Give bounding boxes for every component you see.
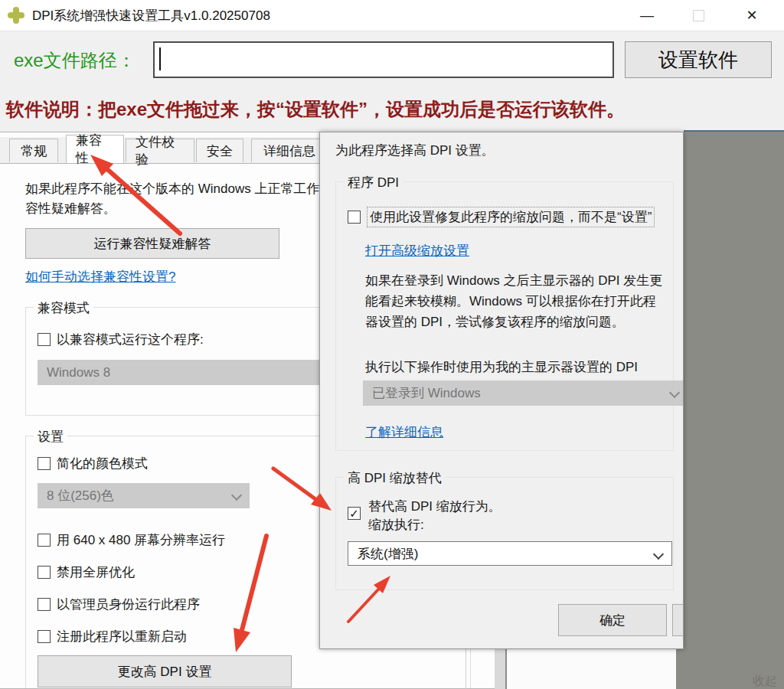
maximize-button[interactable] bbox=[675, 0, 721, 31]
text-caret bbox=[159, 47, 161, 70]
restart-checkbox[interactable] bbox=[38, 630, 51, 643]
compat-intro-line2: 容性疑难解答。 bbox=[25, 199, 116, 219]
scaling-mode-value: 系统(增强) bbox=[358, 545, 418, 563]
program-dpi-group: 程序 DPI 使用此设置修复此程序的缩放问题，而不是“设置” 打开高级缩放设置 … bbox=[335, 181, 674, 451]
admin-label: 以管理员身份运行此程序 bbox=[57, 596, 200, 613]
tab-security[interactable]: 安全 bbox=[196, 139, 243, 162]
chevron-down-icon bbox=[653, 549, 664, 560]
app-icon bbox=[8, 7, 24, 24]
compat-mode-checkbox[interactable] bbox=[38, 333, 51, 346]
change-high-dpi-label: 更改高 DPI 设置 bbox=[118, 663, 212, 681]
settings-group-title: 设置 bbox=[34, 428, 67, 446]
run-troubleshooter-button[interactable]: 运行兼容性疑难解答 bbox=[25, 228, 279, 259]
tab-label: 常规 bbox=[21, 142, 47, 160]
resolution-checkbox[interactable] bbox=[38, 534, 51, 547]
program-dpi-group-title: 程序 DPI bbox=[344, 174, 403, 191]
dpi-source-combobox: 已登录到 Windows bbox=[363, 380, 684, 406]
window-title: DPI系统增强快速设置工具v1.0.20250708 bbox=[32, 7, 270, 24]
tab-label: 兼容性 bbox=[76, 132, 114, 167]
override-label-line2: 缩放执行: bbox=[368, 518, 424, 532]
cancel-button-clipped[interactable] bbox=[672, 604, 684, 636]
desktop-border-line bbox=[684, 130, 784, 132]
override-row: ✓ 替代高 DPI 缩放行为。 缩放执行: bbox=[348, 498, 501, 534]
background-window bbox=[507, 647, 676, 689]
fix-scaling-label: 使用此设置修复此程序的缩放问题，而不是“设置” bbox=[367, 207, 655, 227]
resolution-label: 用 640 x 480 屏幕分辨率运行 bbox=[57, 531, 225, 549]
title-bar: DPI系统增强快速设置工具v1.0.20250708 — ✕ bbox=[0, 0, 784, 31]
tab-label: 文件校验 bbox=[136, 133, 185, 168]
override-label: 替代高 DPI 缩放行为。 缩放执行: bbox=[368, 498, 501, 534]
restart-row: 注册此程序以重新启动 bbox=[38, 628, 187, 645]
color-depth-value: 8 位(256)色 bbox=[47, 487, 114, 505]
dpi-heading: 为此程序选择高 DPI 设置。 bbox=[335, 142, 495, 159]
fullscreen-opt-label: 禁用全屏优化 bbox=[57, 563, 135, 581]
set-software-label: 设置软件 bbox=[658, 47, 738, 73]
high-dpi-dialog: 为此程序选择高 DPI 设置。 程序 DPI 使用此设置修复此程序的缩放问题，而… bbox=[319, 132, 684, 649]
tab-details[interactable]: 详细信息 bbox=[251, 139, 328, 162]
use-dpi-label: 执行以下操作时使用为我的主显示器设置的 DPI bbox=[365, 358, 638, 376]
manual-compat-link[interactable]: 如何手动选择兼容性设置? bbox=[25, 268, 175, 286]
exe-path-label: exe文件路径： bbox=[14, 48, 136, 73]
run-troubleshooter-label: 运行兼容性疑难解答 bbox=[94, 235, 211, 253]
admin-row: 以管理员身份运行此程序 bbox=[38, 596, 200, 613]
software-notice: 软件说明：把exe文件拖过来，按“设置软件”，设置成功后是否运行该软件。 bbox=[6, 97, 625, 122]
fix-scaling-checkbox[interactable] bbox=[348, 211, 361, 224]
dpi-override-group-title: 高 DPI 缩放替代 bbox=[344, 469, 446, 487]
close-icon: ✕ bbox=[746, 7, 757, 24]
check-icon: ✓ bbox=[349, 508, 359, 519]
chevron-down-icon bbox=[231, 490, 242, 501]
scaling-mode-combobox[interactable]: 系统(增强) bbox=[348, 541, 672, 566]
dpi-desc-line3: 器设置的 DPI，尝试修复该程序的缩放问题。 bbox=[365, 313, 625, 331]
learn-more-link[interactable]: 了解详细信息 bbox=[365, 423, 443, 441]
color-depth-combobox: 8 位(256)色 bbox=[38, 483, 250, 508]
screenshot-root: DPI系统增强快速设置工具v1.0.20250708 — ✕ exe文件路径： … bbox=[0, 0, 784, 689]
dpi-desc-line2: 能看起来较模糊。Windows 可以根据你在打开此程 bbox=[365, 292, 656, 310]
toolbar: exe文件路径： 设置软件 软件说明：把exe文件拖过来，按“设置软件”，设置成… bbox=[0, 31, 784, 132]
chevron-down-icon bbox=[669, 387, 680, 398]
ok-label: 确定 bbox=[599, 612, 626, 629]
background-window-edge bbox=[466, 649, 466, 689]
tab-label: 详细信息 bbox=[263, 142, 315, 160]
color-mode-row: 简化的颜色模式 bbox=[38, 455, 148, 472]
override-checkbox[interactable]: ✓ bbox=[348, 507, 361, 520]
dpi-source-value: 已登录到 Windows bbox=[372, 384, 481, 402]
tab-general[interactable]: 常规 bbox=[9, 139, 58, 162]
watermark-text: 收起 bbox=[753, 674, 777, 689]
dialog-edge-strip bbox=[495, 647, 507, 689]
maximize-icon bbox=[693, 10, 704, 21]
set-software-button[interactable]: 设置软件 bbox=[625, 41, 772, 78]
restart-label: 注册此程序以重新启动 bbox=[57, 628, 187, 645]
compat-mode-checkbox-label: 以兼容模式运行这个程序: bbox=[57, 331, 204, 348]
compat-os-value: Windows 8 bbox=[47, 365, 110, 380]
override-label-line1: 替代高 DPI 缩放行为。 bbox=[368, 499, 501, 514]
fullscreen-opt-checkbox[interactable] bbox=[38, 566, 51, 579]
ok-button[interactable]: 确定 bbox=[558, 604, 667, 636]
dpi-desc-line1: 如果在登录到 Windows 之后主显示器的 DPI 发生更 bbox=[365, 272, 662, 289]
resolution-row: 用 640 x 480 屏幕分辨率运行 bbox=[38, 531, 225, 549]
exe-path-input[interactable] bbox=[153, 41, 614, 78]
fix-scaling-row: 使用此设置修复此程序的缩放问题，而不是“设置” bbox=[348, 207, 655, 227]
compat-mode-row: 以兼容模式运行这个程序: bbox=[38, 331, 204, 348]
color-mode-label: 简化的颜色模式 bbox=[57, 455, 148, 472]
admin-checkbox[interactable] bbox=[38, 598, 51, 611]
fullscreen-opt-row: 禁用全屏优化 bbox=[38, 563, 135, 581]
dpi-override-group: 高 DPI 缩放替代 ✓ 替代高 DPI 缩放行为。 缩放执行: 系统(增强) bbox=[335, 477, 674, 590]
advanced-scaling-link[interactable]: 打开高级缩放设置 bbox=[365, 242, 469, 260]
tab-label: 安全 bbox=[207, 142, 233, 160]
color-mode-checkbox[interactable] bbox=[38, 457, 51, 470]
close-button[interactable]: ✕ bbox=[729, 0, 775, 31]
minimize-button[interactable]: — bbox=[624, 0, 670, 31]
compat-mode-group-title: 兼容模式 bbox=[34, 299, 93, 317]
change-high-dpi-button[interactable]: 更改高 DPI 设置 bbox=[38, 655, 292, 687]
tab-compatibility[interactable]: 兼容性 bbox=[66, 135, 124, 163]
tab-file-verify[interactable]: 文件校验 bbox=[126, 139, 194, 162]
minimize-icon: — bbox=[640, 8, 654, 24]
